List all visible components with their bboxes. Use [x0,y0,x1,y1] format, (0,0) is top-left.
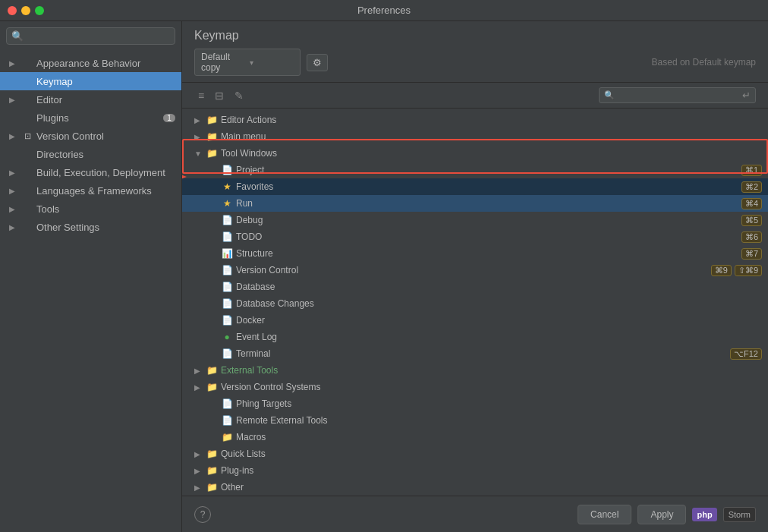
tree-arrow-icon: ▼ [194,150,205,158]
tree-item-terminal[interactable]: 📄 Terminal ⌥F12 [182,345,768,362]
tree-item-remote-ext[interactable]: 📄 Remote External Tools [182,412,768,429]
tree-item-database-changes[interactable]: 📄 Database Changes [182,295,768,312]
tree-item-tool-windows[interactable]: ▼ 📁 Tool Windows [182,145,768,162]
search-icon: 🔍 [11,30,24,42]
sidebar-item-version-control[interactable]: ▶ ⊡ Version Control [0,127,181,145]
db-icon: 📄 [220,282,234,292]
tree-arrow-icon: ▶ [194,450,205,458]
sidebar-item-label: Build, Execution, Deployment [36,167,175,178]
expand-arrow-icon: ▶ [9,205,18,213]
folder-icon: 📁 [205,131,219,142]
keymap-title: Keymap [194,29,756,42]
shortcut-badge: ⌥F12 [730,348,762,360]
sidebar-item-tools[interactable]: ▶ Tools [0,200,181,218]
apply-button[interactable]: Apply [637,505,686,524]
tree-item-label: Editor Actions [221,115,762,125]
tree-arrow-icon: ▶ [194,483,205,492]
content-area: Keymap Default copy ▾ ⚙ Based on Default… [182,21,768,532]
tree-item-macros[interactable]: 📁 Macros [182,429,768,445]
align-icon-button[interactable]: ≡ [194,88,208,103]
tree-item-debug[interactable]: 📄 Debug ⌘5 [182,212,768,228]
php-badge: php [692,508,716,521]
tree-item-label: Phing Targets [236,398,762,409]
folder-icon: 📁 [205,382,219,392]
terminal-icon: 📄 [220,348,234,359]
sidebar-item-label: Directories [36,149,175,160]
tree-item-docker[interactable]: 📄 Docker [182,312,768,329]
docker-icon: 📄 [220,315,234,326]
tree-item-main-menu[interactable]: ▶ 📁 Main menu [182,128,768,145]
tree-item-editor-actions[interactable]: ▶ 📁 Editor Actions [182,112,768,128]
tree-item-label: Other [221,482,762,493]
tree-item-label: Plug-ins [221,465,762,476]
file-icon: 📄 [220,231,234,242]
bottom-bar: ? Cancel Apply php Storm [182,496,768,532]
close-button[interactable] [8,6,17,15]
keymap-toolbar: Default copy ▾ ⚙ Based on Default keymap [194,49,756,76]
folder-icon: 📁 [205,465,219,476]
file-icon: 📄 [220,165,234,175]
file-icon: 📄 [220,398,234,409]
tree-item-event-log[interactable]: ● Event Log [182,329,768,345]
tree-item-label: Version Control Systems [221,382,762,392]
minimize-button[interactable] [21,6,30,15]
tree-item-version-control[interactable]: 📄 Version Control ⌘9 ⇧⌘9 [182,262,768,279]
keymap-value: Default copy [201,52,245,73]
search-submit-icon[interactable]: ↵ [742,90,751,101]
star-icon: ★ [220,198,234,209]
tree-item-run[interactable]: ★ Run ⌘4 [182,195,768,212]
tree-item-project[interactable]: 📄 Project ⌘1 [182,162,768,178]
edit-icon-button[interactable]: ✎ [231,88,247,103]
sidebar-item-keymap[interactable]: Keymap [0,72,181,90]
cancel-button[interactable]: Cancel [578,505,631,524]
filter-search-box[interactable]: 🔍 ↵ [599,87,756,103]
sidebar-item-label: Appearance & Behavior [36,58,175,69]
filter-toolbar: ≡ ⊟ ✎ 🔍 ↵ [182,83,768,109]
window-title: Preferences [357,5,411,16]
keymap-dropdown[interactable]: Default copy ▾ [194,49,301,76]
tree-item-database[interactable]: 📄 Database [182,279,768,295]
gear-button[interactable]: ⚙ [307,54,328,71]
expand-arrow-icon: ▶ [9,187,18,195]
help-button[interactable]: ? [194,506,211,523]
search-icon: 🔍 [604,90,615,100]
sidebar-item-other-settings[interactable]: ▶ Other Settings [0,218,181,236]
folder-icon: 📁 [205,482,219,493]
tree-container: ▶ 📁 Editor Actions ▶ 📁 Main menu ▼ 📁 To [182,109,768,496]
shortcut-badge: ⌘2 [741,181,762,193]
tree-item-other[interactable]: ▶ 📁 Other [182,479,768,496]
tree-item-label: Database Changes [236,298,762,309]
sidebar-item-languages[interactable]: ▶ Languages & Frameworks [0,181,181,200]
shortcut-badge-2: ⇧⌘9 [735,265,762,276]
sidebar-item-plugins[interactable]: Plugins 1 [0,109,181,127]
tree-arrow-icon: ▶ [194,133,205,141]
shortcut-badge: ⌘4 [741,198,762,209]
tree-item-label: Remote External Tools [236,415,762,426]
tree-item-external-tools[interactable]: ▶ 📁 External Tools [182,362,768,379]
based-on-label: Based on Default keymap [652,57,756,68]
tree-item-phing[interactable]: 📄 Phing Targets [182,395,768,412]
sidebar-item-build[interactable]: ▶ Build, Execution, Deployment [0,163,181,181]
tree-arrow-icon: ▶ [194,467,205,475]
tree-item-favorites[interactable]: ★ Favorites ⌘2 [182,178,768,195]
align2-icon-button[interactable]: ⊟ [211,88,228,103]
green-dot-icon: ● [220,332,234,342]
tree-item-label: TODO [236,231,738,242]
folder-icon: 📁 [205,115,219,125]
sidebar-item-directories[interactable]: Directories [0,145,181,163]
sidebar-item-editor[interactable]: ▶ Editor [0,90,181,109]
folder-icon: 📁 [205,365,219,376]
filter-search-input[interactable] [618,90,739,101]
tree-item-plugins[interactable]: ▶ 📁 Plug-ins [182,462,768,479]
sidebar-item-appearance[interactable]: ▶ Appearance & Behavior [0,54,181,72]
tree-item-quick-lists[interactable]: ▶ 📁 Quick Lists [182,445,768,462]
maximize-button[interactable] [35,6,44,15]
sidebar-item-label: Keymap [36,76,175,87]
tree-item-structure[interactable]: 📊 Structure ⌘7 [182,245,768,262]
sidebar-search-input[interactable] [27,31,170,42]
expand-arrow-icon: ▶ [9,168,18,177]
sidebar-search-box[interactable]: 🔍 [6,27,175,45]
tree-item-label: Project [236,165,738,175]
tree-item-vcs[interactable]: ▶ 📁 Version Control Systems [182,379,768,395]
tree-item-todo[interactable]: 📄 TODO ⌘6 [182,228,768,245]
